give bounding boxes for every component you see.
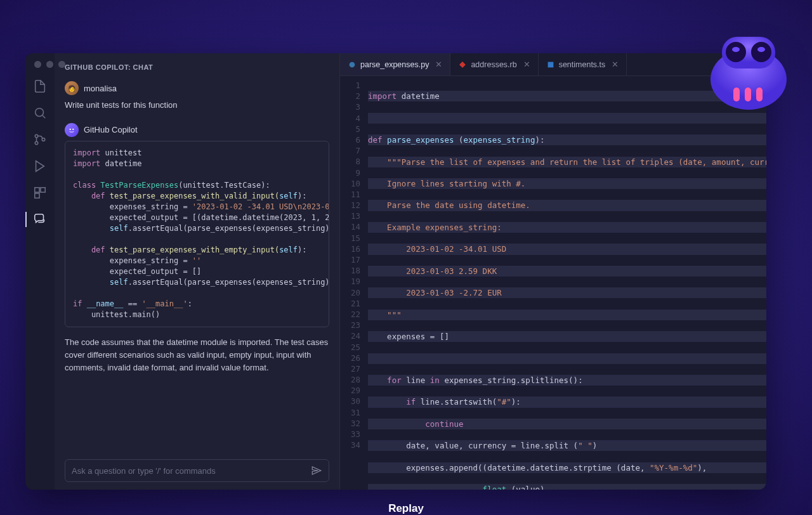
chat-panel: GITHUB COPILOT: CHAT 🧑 monalisa Write un… [55,53,340,490]
chat-title: GITHUB COPILOT: CHAT [65,63,329,71]
chat-input[interactable] [72,466,311,476]
minimize-dot[interactable] [46,61,53,68]
maximize-dot[interactable] [58,61,65,68]
svg-rect-6 [35,193,39,198]
close-icon[interactable]: ✕ [612,60,619,69]
close-icon[interactable]: ✕ [435,60,442,69]
code-content[interactable]: import datetime def parse_expenses (expe… [368,80,766,490]
bot-message: GitHub Copilot import unittest import da… [65,123,329,381]
copilot-mascot-icon [698,19,799,114]
files-icon[interactable] [32,79,48,94]
user-message: 🧑 monalisa Write unit tests for this fun… [65,81,329,112]
code-editor[interactable]: 1234567891011121314151617181920212223242… [340,76,766,490]
user-avatar: 🧑 [65,81,79,95]
tab-label: addresses.rb [471,60,516,69]
svg-point-1 [35,134,38,138]
line-gutter: 1234567891011121314151617181920212223242… [340,80,368,490]
svg-point-8 [72,128,74,129]
svg-point-17 [757,47,765,52]
bot-name: GitHub Copilot [84,125,138,134]
activity-bar [25,53,55,490]
generated-code-block[interactable]: import unittest import datetime class Te… [65,141,329,328]
svg-rect-4 [35,188,39,192]
ruby-file-icon [458,60,467,69]
tab-label: parse_expenses.py [360,60,429,69]
close-dot[interactable] [34,61,41,68]
extensions-icon[interactable] [32,185,48,200]
chat-input-row [65,459,329,482]
tab-sentiments[interactable]: sentiments.ts ✕ [539,53,627,75]
svg-rect-10 [459,62,466,68]
svg-point-16 [732,47,740,52]
svg-rect-19 [745,88,751,101]
svg-point-2 [35,141,38,145]
svg-point-0 [36,108,44,117]
window-controls [34,61,65,68]
close-icon[interactable]: ✕ [523,60,530,69]
bot-explanation: The code assumes that the datetime modul… [65,336,329,374]
svg-rect-11 [547,62,553,67]
svg-rect-20 [756,88,763,101]
tab-addresses[interactable]: addresses.rb ✕ [450,53,538,75]
run-debug-icon[interactable] [32,159,48,174]
python-file-icon [348,60,357,69]
ts-file-icon [546,60,555,69]
send-icon[interactable] [311,465,322,476]
svg-point-3 [42,138,45,141]
editor-panel: parse_expenses.py ✕ addresses.rb ✕ senti… [340,53,766,490]
tab-label: sentiments.ts [559,60,606,69]
tab-parse-expenses[interactable]: parse_expenses.py ✕ [340,53,450,75]
svg-rect-5 [41,188,45,192]
svg-point-7 [70,128,71,129]
chat-icon[interactable] [32,212,48,227]
source-control-icon[interactable] [32,132,48,147]
copilot-avatar [65,123,79,137]
user-name: monalisa [84,84,117,93]
svg-rect-18 [733,88,740,101]
editor-window: GITHUB COPILOT: CHAT 🧑 monalisa Write un… [25,53,766,490]
svg-point-9 [350,62,355,67]
replay-label[interactable]: Replay [388,502,424,515]
search-icon[interactable] [32,105,48,121]
user-message-text: Write unit tests for this function [65,99,329,112]
